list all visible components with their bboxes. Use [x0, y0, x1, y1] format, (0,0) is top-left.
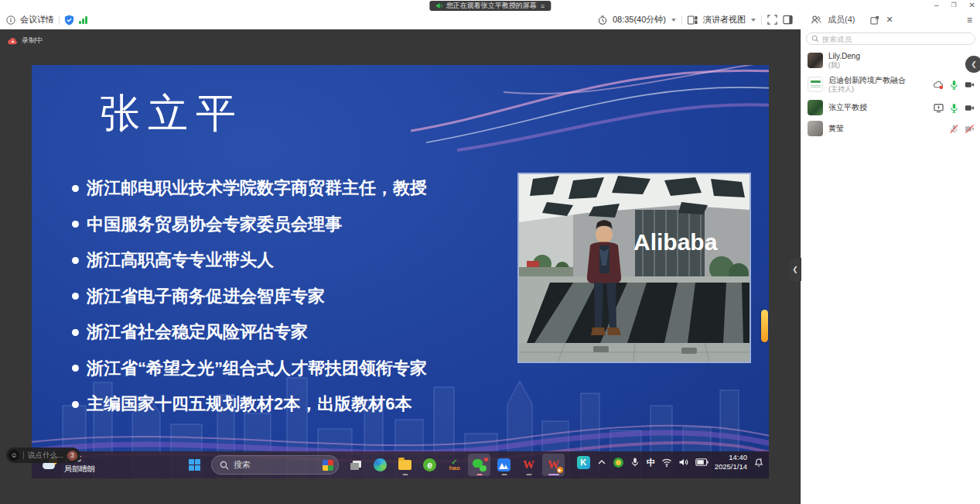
search-icon: [811, 35, 819, 43]
members-close-icon[interactable]: ✕: [886, 15, 893, 25]
windows-taskbar: 16°C 局部晴朗 搜索: [32, 451, 769, 478]
notification-bell-icon[interactable]: z: [753, 457, 764, 468]
browser-360-button[interactable]: e: [418, 454, 441, 476]
hao123-button[interactable]: ✓ hao: [443, 454, 466, 476]
watching-banner[interactable]: 您正在观看张立平教授的屏幕 ≡: [429, 1, 551, 11]
meeting-toolbar: 会议详情 08:35(40分钟) 演讲者视图: [0, 11, 801, 29]
member-row[interactable]: 黄莹: [808, 118, 975, 139]
slide-bullet: 浙江邮电职业技术学院数字商贸群主任，教授: [72, 170, 427, 207]
slide-bullet: 浙江省电子商务促进会智库专家: [72, 279, 427, 315]
360-browser-icon: e: [423, 458, 436, 471]
camera-off-icon[interactable]: [965, 124, 975, 134]
kingsoft-tray-icon[interactable]: K: [577, 456, 590, 469]
svg-text:z: z: [760, 458, 763, 461]
recording-indicator: 录制中: [8, 36, 43, 46]
divider: [23, 451, 24, 459]
wps-presentation-button[interactable]: W▶: [542, 454, 565, 476]
annotation-pen-handle[interactable]: [761, 310, 768, 342]
wifi-icon[interactable]: [661, 457, 672, 468]
camera-icon[interactable]: [965, 80, 975, 90]
task-view-button[interactable]: [344, 454, 367, 476]
edge-browser-button[interactable]: [369, 454, 391, 476]
mic-on-icon[interactable]: [949, 103, 959, 113]
start-button[interactable]: [183, 454, 206, 476]
restore-button[interactable]: ❐: [951, 0, 956, 11]
member-role: (主持人): [828, 85, 906, 94]
close-button[interactable]: ✕: [969, 0, 975, 11]
video-strip-collapse-handle[interactable]: ❮: [965, 56, 980, 73]
members-panel: Lily.Deng (我) 启迪创新跨境产教融合 (主持人): [801, 29, 980, 504]
banner-menu-icon[interactable]: ≡: [541, 2, 545, 10]
play-badge-icon: ▶: [557, 467, 563, 473]
meeting-duration[interactable]: 08:35(40分钟): [613, 14, 666, 26]
file-explorer-button[interactable]: [394, 454, 416, 476]
member-name: 黄莹: [828, 124, 844, 133]
avatar: [808, 100, 823, 115]
system-tray: K 中: [577, 453, 764, 471]
folder-icon: [398, 460, 411, 470]
member-row[interactable]: 张立平教授: [808, 98, 975, 118]
banner-title: 您正在观看张立平教授的屏幕: [446, 1, 537, 11]
taskbar-search-box[interactable]: 搜索: [211, 455, 339, 475]
chat-input-placeholder[interactable]: 说点什么...: [28, 451, 63, 461]
slide-bullet: 浙江高职高专专业带头人: [72, 242, 427, 279]
view-mode-caret-icon[interactable]: [751, 19, 756, 22]
weather-condition: 局部晴朗: [64, 464, 95, 474]
view-layout-icon: [688, 15, 698, 25]
member-search-input[interactable]: [822, 35, 970, 43]
member-role: (我): [828, 61, 860, 70]
avatar: [808, 121, 823, 136]
network-signal-icon[interactable]: [79, 16, 87, 24]
meeting-details-link[interactable]: 会议详情: [20, 14, 54, 26]
wechat-button[interactable]: [468, 454, 490, 476]
security-shield-icon[interactable]: [64, 15, 74, 26]
mic-on-icon[interactable]: [949, 80, 959, 90]
search-highlight-icon[interactable]: [323, 460, 333, 471]
volume-icon[interactable]: [678, 457, 689, 468]
mic-muted-icon[interactable]: [949, 124, 959, 134]
task-view-icon: [350, 460, 362, 471]
panel-collapse-handle[interactable]: ❮: [789, 258, 801, 281]
tray-date: 2025/1/14: [715, 462, 747, 471]
bullet-dot-icon: [72, 401, 79, 408]
green-tray-icon[interactable]: [613, 458, 623, 468]
ime-indicator[interactable]: 中: [647, 457, 655, 468]
bullet-dot-icon: [72, 257, 79, 264]
minimize-button[interactable]: –: [934, 0, 939, 11]
info-icon: [6, 15, 15, 25]
running-indicator: [501, 474, 507, 476]
running-indicator: [548, 474, 559, 476]
quick-chat-pill[interactable]: ☺ 说点什么... 3: [6, 447, 80, 463]
view-mode-selector[interactable]: 演讲者视图: [703, 14, 746, 26]
popout-icon[interactable]: [870, 15, 879, 25]
tray-clock[interactable]: 14:40 2025/1/14: [715, 453, 747, 471]
title-bar: 您正在观看张立平教授的屏幕 ≡ – ❐ ✕: [0, 0, 980, 11]
member-name: 启迪创新跨境产教融合: [828, 76, 906, 85]
side-panel-toggle-icon[interactable]: [783, 15, 793, 25]
panel-hamburger-icon[interactable]: ≡: [967, 15, 972, 26]
recording-label: 录制中: [22, 36, 43, 46]
fullscreen-icon[interactable]: [767, 15, 777, 25]
member-search-box[interactable]: [806, 33, 975, 45]
emoji-icon[interactable]: ☺: [9, 450, 19, 461]
member-row[interactable]: Lily.Deng (我): [808, 50, 975, 70]
microphone-tray-icon[interactable]: [630, 457, 640, 468]
tray-time: 14:40: [729, 453, 747, 461]
wps-icon: W: [523, 458, 534, 471]
professor-photo: Alibaba: [517, 173, 751, 363]
member-row[interactable]: 启迪创新跨境产教融合 (主持人): [808, 74, 975, 94]
tray-expand-chevron-icon[interactable]: [596, 457, 607, 468]
duration-caret-icon[interactable]: [671, 19, 676, 22]
battery-icon[interactable]: [695, 457, 709, 468]
members-panel-title: 成员(4): [828, 14, 855, 26]
camera-icon[interactable]: [965, 103, 975, 113]
screen-sharing-icon[interactable]: [934, 103, 944, 113]
running-indicator: [526, 474, 531, 476]
presentation-slide: 张立平 浙江邮电职业技术学院数字商贸群主任，教授 中国服务贸易协会专家委员会理事…: [32, 65, 769, 478]
bullet-dot-icon: [72, 365, 79, 372]
cloud-recording-icon[interactable]: [934, 80, 944, 90]
slide-bullet: 浙江省“希望之光”组合式人才帮扶团领衔专家: [72, 351, 427, 387]
wps-office-button[interactable]: W: [517, 454, 540, 476]
tencent-meeting-button[interactable]: [493, 454, 515, 476]
speaker-icon: [435, 2, 442, 9]
